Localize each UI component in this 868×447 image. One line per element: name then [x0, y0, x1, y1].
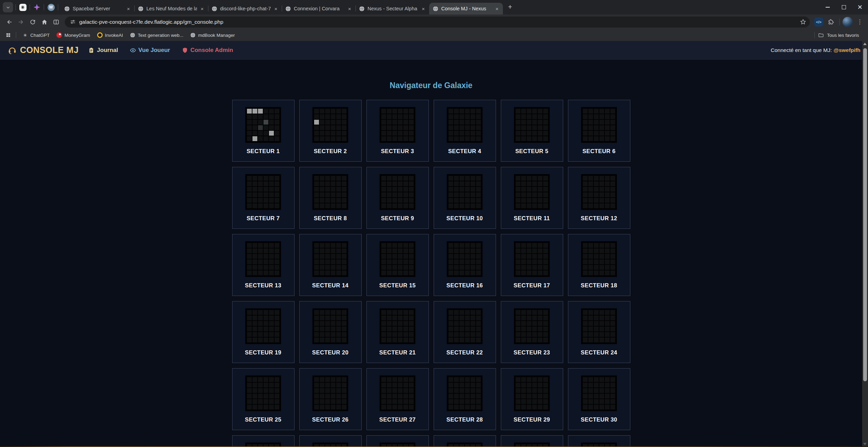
- url-text[interactable]: galactic-pve-conquest-c7fe.dev.flatlogic…: [79, 19, 798, 25]
- pinned-tab-gemini[interactable]: [32, 3, 41, 12]
- sector-card[interactable]: SECTEUR 35: [501, 435, 563, 447]
- sector-label: SECTEUR 29: [514, 416, 550, 423]
- bookmark-item[interactable]: mdBook Manager: [187, 31, 238, 40]
- extensions-button[interactable]: [825, 16, 837, 28]
- sector-card[interactable]: SECTEUR 5: [501, 100, 563, 162]
- minimap-cell: [588, 388, 593, 393]
- minimap-cell: [454, 265, 459, 270]
- new-tab-button[interactable]: +: [505, 2, 515, 12]
- pinned-tab-chatgpt[interactable]: ✳: [18, 3, 27, 12]
- sector-card[interactable]: SECTEUR 19: [232, 301, 294, 363]
- browser-menu-button[interactable]: ⋮: [855, 17, 865, 27]
- sector-card[interactable]: SECTEUR 28: [434, 368, 496, 430]
- reload-button[interactable]: [27, 16, 39, 28]
- minimap-cell: [532, 187, 537, 192]
- sector-card[interactable]: SECTEUR 23: [501, 301, 563, 363]
- sector-card[interactable]: SECTEUR 7: [232, 167, 294, 229]
- sector-card[interactable]: SECTEUR 29: [501, 368, 563, 430]
- minimap-cell: [465, 327, 470, 331]
- sector-minimap: [447, 375, 483, 411]
- minimize-button[interactable]: [819, 0, 836, 14]
- bookmark-item[interactable]: InvokeAI: [94, 31, 126, 40]
- minimap-cell: [583, 131, 588, 136]
- home-button[interactable]: [39, 16, 50, 28]
- sector-card[interactable]: SECTEUR 20: [299, 301, 362, 363]
- sector-card[interactable]: SECTEUR 21: [366, 301, 429, 363]
- close-button[interactable]: ✕: [852, 0, 868, 14]
- sector-card[interactable]: SECTEUR 2: [299, 100, 362, 162]
- sector-card[interactable]: SECTEUR 8: [299, 167, 362, 229]
- sector-card[interactable]: SECTEUR 26: [299, 368, 362, 430]
- tab-close-icon[interactable]: ×: [125, 6, 132, 12]
- browser-tab[interactable]: discord-like-php-chat-7262.dev×: [208, 3, 282, 14]
- scrollbar-up-arrow-icon[interactable]: [863, 43, 867, 45]
- nav-journal[interactable]: Journal: [88, 47, 118, 54]
- tab-close-icon[interactable]: ×: [494, 6, 500, 12]
- sector-card[interactable]: SECTEUR 27: [366, 368, 429, 430]
- bookmark-item[interactable]: ✳ChatGPT: [20, 31, 52, 40]
- profile-avatar[interactable]: [843, 17, 853, 27]
- sector-card[interactable]: SECTEUR 36: [568, 435, 630, 447]
- sector-label: SECTEUR 27: [379, 416, 416, 423]
- site-settings-button[interactable]: [68, 18, 77, 26]
- sector-card[interactable]: SECTEUR 22: [434, 301, 496, 363]
- sector-card[interactable]: SECTEUR 33: [366, 435, 429, 447]
- sector-card[interactable]: SECTEUR 34: [434, 435, 496, 447]
- sector-card[interactable]: SECTEUR 4: [434, 100, 496, 162]
- sector-card[interactable]: SECTEUR 3: [366, 100, 429, 162]
- minimap-cell: [275, 338, 279, 342]
- site-logo[interactable]: CONSOLE MJ: [8, 45, 79, 55]
- browser-tab[interactable]: Console MJ - Nexus×: [429, 3, 503, 14]
- forward-button[interactable]: [15, 16, 27, 28]
- tab-close-icon[interactable]: ×: [420, 6, 426, 12]
- scrollbar-thumb[interactable]: [863, 48, 867, 381]
- nav-journal-label: Journal: [97, 47, 118, 54]
- minimap-cell: [258, 136, 263, 141]
- sector-card[interactable]: SECTEUR 14: [299, 234, 362, 296]
- sector-card[interactable]: SECTEUR 11: [501, 167, 563, 229]
- minimap-cell: [252, 198, 257, 203]
- back-button[interactable]: [3, 16, 15, 28]
- browser-tab[interactable]: Spacebar Server×: [61, 3, 134, 14]
- apps-button[interactable]: [4, 31, 12, 39]
- nav-vue-joueur[interactable]: Vue Joueur: [130, 47, 170, 54]
- sector-card[interactable]: SECTEUR 12: [568, 167, 630, 229]
- sector-card[interactable]: SECTEUR 24: [568, 301, 630, 363]
- minimap-cell: [320, 265, 324, 270]
- tab-close-icon[interactable]: ×: [199, 6, 205, 12]
- minimap-cell: [543, 377, 548, 382]
- pinned-tab-wordpress[interactable]: W: [46, 3, 55, 12]
- sector-card[interactable]: SECTEUR 15: [366, 234, 429, 296]
- bookmark-item[interactable]: MoneyGram: [54, 31, 93, 40]
- side-panel-button[interactable]: [50, 16, 62, 28]
- sector-card[interactable]: SECTEUR 17: [501, 234, 563, 296]
- url-bar[interactable]: galactic-pve-conquest-c7fe.dev.flatlogic…: [65, 17, 810, 28]
- all-bookmarks-button[interactable]: Tous les favoris: [818, 32, 859, 38]
- page-scrollbar[interactable]: [862, 41, 868, 447]
- sector-card[interactable]: SECTEUR 31: [232, 435, 294, 447]
- extension-dev-icon[interactable]: </>: [814, 18, 823, 26]
- sector-card[interactable]: SECTEUR 30: [568, 368, 630, 430]
- chatgpt-icon: ✳: [22, 32, 28, 38]
- sector-card[interactable]: SECTEUR 6: [568, 100, 630, 162]
- tab-close-icon[interactable]: ×: [273, 6, 279, 12]
- maximize-button[interactable]: [836, 0, 852, 14]
- browser-tab[interactable]: Nexus - Secteur Alpha [G1]×: [355, 3, 429, 14]
- bookmark-star-button[interactable]: [798, 17, 808, 27]
- tab-search-button[interactable]: [3, 2, 13, 12]
- sector-card[interactable]: SECTEUR 18: [568, 234, 630, 296]
- browser-tab[interactable]: Les Neuf Mondes de la Mytholo×: [134, 3, 208, 14]
- sector-card[interactable]: SECTEUR 9: [366, 167, 429, 229]
- sector-card[interactable]: SECTEUR 25: [232, 368, 294, 430]
- sector-card[interactable]: SECTEUR 16: [434, 234, 496, 296]
- nav-console-admin[interactable]: Console Admin: [182, 47, 233, 54]
- bookmark-item[interactable]: Text generation web...: [127, 31, 186, 40]
- sector-card[interactable]: SECTEUR 13: [232, 234, 294, 296]
- tab-close-icon[interactable]: ×: [347, 6, 353, 12]
- scrollbar-down-arrow-icon[interactable]: [863, 443, 867, 445]
- sector-card[interactable]: SECTEUR 10: [434, 167, 496, 229]
- browser-tab[interactable]: Connexion | Corvara×: [282, 3, 355, 14]
- sector-card[interactable]: SECTEUR 1: [232, 100, 294, 162]
- bookmark-label: mdBook Manager: [198, 33, 235, 38]
- sector-card[interactable]: SECTEUR 32: [299, 435, 362, 447]
